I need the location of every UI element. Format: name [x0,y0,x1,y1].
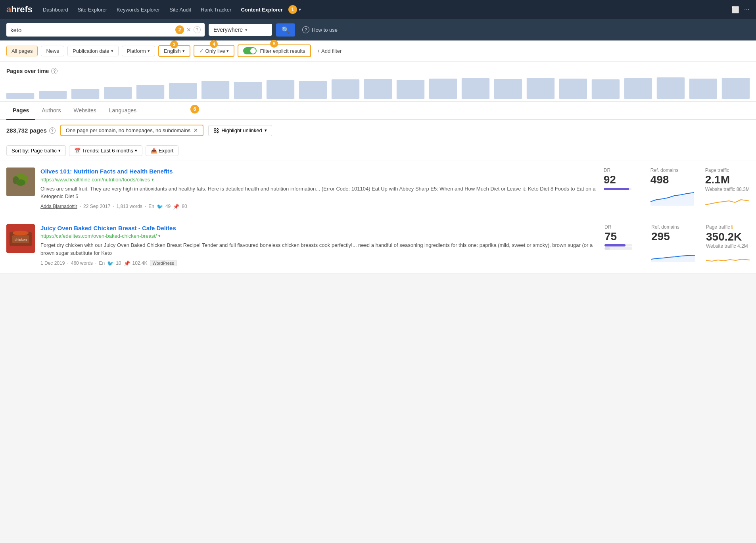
tab-websites[interactable]: Websites [67,102,103,120]
filter-bar: All pages News Publication date ▾ Platfo… [0,40,756,62]
search-bar: 2 ✕ ? Everywhere ▾ 🔍 ? How to use [0,19,756,40]
result-2-date: 1 Dec 2019 [40,260,65,266]
news-filter[interactable]: News [41,46,64,56]
search-button[interactable]: 🔍 [276,23,295,37]
svg-rect-5 [169,83,197,99]
result-1-page-traffic: Page traffic 2.1M Website traffic 88.3M [705,168,750,208]
publication-date-filter[interactable]: Publication date ▾ [67,46,119,56]
search-clear-icon[interactable]: ✕ [186,27,191,33]
result-2-pinterest: 102.4K [132,260,148,266]
export-icon: 📤 [151,148,157,154]
nav-keywords-explorer[interactable]: Keywords Explorer [113,7,164,13]
svg-text:chicken: chicken [15,238,27,242]
ref-2-domains-label: Ref. domains [651,224,695,230]
trends-button[interactable]: 📅 Trends: Last 6 months ▾ [69,145,142,156]
top-nav: ahrefs Dashboard Site Explorer Keywords … [0,0,756,19]
result-1-author[interactable]: Adda Bjarnadottir [40,204,77,209]
how-to-use-link[interactable]: ? How to use [302,26,338,33]
tab-authors[interactable]: Authors [35,102,67,120]
search-input[interactable] [10,27,173,33]
pinterest-icon: 📌 [173,204,179,210]
pages-over-time-section: Pages over time ? [0,62,756,102]
tab-pages[interactable]: Pages [6,102,35,120]
svg-rect-9 [299,81,327,99]
result-2-title[interactable]: Juicy Oven Baked Chicken Breast - Cafe D… [40,224,599,232]
sort-by-button[interactable]: Sort by: Page traffic ▾ [6,145,66,156]
result-1-dr: DR 92 [604,168,639,190]
one-per-domain-close-icon[interactable]: ✕ [194,127,198,133]
results-count-help-icon[interactable]: ? [49,127,56,134]
nav-rank-tracker[interactable]: Rank Tracker [197,7,235,13]
export-button[interactable]: 📤 Export [146,145,179,156]
result-2-ref-domains: Ref. domains 295 [651,224,695,262]
add-filter-button[interactable]: + Add filter [314,46,345,56]
nav-more-icon[interactable]: ⋯ [744,6,750,13]
url-2-arrow-icon: ▾ [158,233,161,239]
highlight-unlinked-button[interactable]: ⛓ Highlight unlinked ▾ [208,125,272,136]
location-label: Everywhere [213,27,243,33]
dr-2-bar-wrap [604,244,632,246]
result-2-description: Forget dry chicken with our Juicy Oven B… [40,241,599,257]
nav-monitor-icon[interactable]: ⬜ [731,6,739,13]
result-1-url[interactable]: https://www.healthline.com/nutrition/foo… [40,177,598,183]
result-2-words: 460 words [71,260,93,266]
svg-rect-20 [657,77,685,99]
svg-rect-21 [689,79,717,99]
result-1-metrics: DR 92 Ref. domains 498 Page traffic 2.1M… [604,168,750,210]
dr-bar-fill [604,188,629,190]
result-1-ref-value: 498 [650,174,694,186]
result-1-ref-domains: Ref. domains 498 [650,168,694,206]
result-1-title[interactable]: Olives 101: Nutrition Facts and Health B… [40,168,598,175]
svg-rect-22 [722,78,750,99]
nav-site-audit[interactable]: Site Audit [165,7,195,13]
logo[interactable]: ahrefs [6,4,33,15]
one-per-domain-filter[interactable]: One page per domain, no homepages, no su… [60,125,203,136]
toggle-switch[interactable] [243,47,257,54]
sort-bar: Sort by: Page traffic ▾ 📅 Trends: Last 6… [0,141,756,160]
tab-languages[interactable]: Languages [103,102,143,120]
page-traffic-2-label: Page traffic ℹ [706,224,750,230]
result-1-meta: Adda Bjarnadottir · 22 Sep 2017 · 1,813 … [40,204,598,210]
chart-title: Pages over time ? [6,68,750,74]
result-1-pinterest: 80 [182,204,187,209]
svg-rect-8 [267,80,294,99]
svg-rect-2 [71,89,99,99]
result-2-dr-value: 75 [604,231,640,243]
svg-rect-1 [39,91,67,99]
result-2-url[interactable]: https://cafedelites.com/oven-baked-chick… [40,233,599,239]
nav-dashboard[interactable]: Dashboard [39,7,72,13]
pinterest-2-icon: 📌 [124,260,130,266]
result-1-thumbnail [6,168,35,196]
svg-rect-19 [624,78,652,99]
nav-site-explorer[interactable]: Site Explorer [74,7,111,13]
result-2-metrics: DR 75 Ref. domains 295 Page traffic ℹ 35… [604,224,750,267]
search-help-icon[interactable]: ? [194,26,201,33]
platform-chevron-icon: ▾ [148,48,150,54]
all-pages-filter[interactable]: All pages [6,46,38,56]
location-selector[interactable]: Everywhere ▾ [209,24,272,36]
platform-filter[interactable]: Platform ▾ [122,46,155,56]
result-1-lang: En [148,204,154,209]
svg-point-27 [16,179,25,186]
location-chevron-icon: ▾ [245,27,248,33]
dr-2-label: DR [604,224,640,230]
result-2-dr: DR 75 [604,224,640,250]
unlink-icon: ⛓ [213,127,219,134]
ref-domains-chart-2 [651,244,695,262]
traffic-chart-2 [706,250,750,264]
nav-content-explorer[interactable]: Content Explorer [237,7,286,13]
svg-rect-11 [364,79,392,99]
nav-badge-1: 1 [288,5,297,14]
svg-rect-4 [136,85,164,99]
result-1-website-traffic: Website traffic 88.3M [705,187,750,192]
ref-domains-chart-1 [650,188,694,206]
result-2-traffic-value: 350.2K [706,231,750,243]
chart-help-icon[interactable]: ? [51,68,58,74]
svg-rect-6 [201,81,229,99]
english-chevron-icon: ▾ [182,48,185,54]
badge-5: 5 [270,40,278,48]
dr-bar-wrap [604,188,631,190]
help-circle-icon: ? [302,26,309,33]
svg-marker-28 [650,193,694,206]
page-traffic-info-icon: ℹ [731,224,733,230]
